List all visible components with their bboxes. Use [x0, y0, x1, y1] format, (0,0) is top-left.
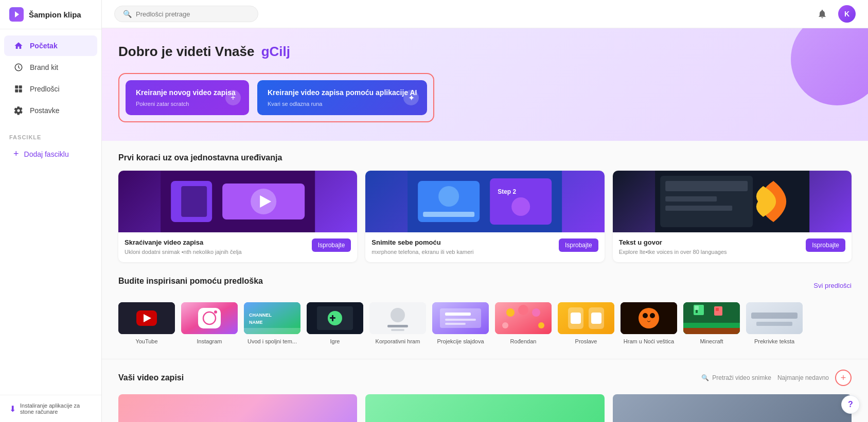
template-card-gaming[interactable]: Igre	[307, 302, 363, 344]
sidebar-item-templates[interactable]: Predlošci	[4, 79, 97, 99]
search-icon-small: 🔍	[701, 374, 709, 381]
videos-section-title: Vaši video zapisi	[118, 373, 184, 382]
tutorial-thumb-2	[613, 171, 852, 232]
template-thumb-corporate	[369, 302, 426, 334]
svg-rect-47	[445, 319, 476, 321]
tutorial-name-0: Skraćivanje video zapisa	[125, 238, 308, 246]
svg-point-53	[502, 322, 508, 328]
add-folder-label: Dodaj fasciklu	[24, 150, 69, 158]
tutorials-section: Prvi koraci uz ova jednostavna uređivanj…	[102, 141, 868, 274]
hero-goal: gCilj	[261, 44, 290, 59]
svg-rect-55	[558, 302, 614, 334]
tutorials-title: Prvi koraci uz ova jednostavna uređivanj…	[118, 153, 852, 162]
template-thumb-youtube	[118, 302, 175, 334]
plus-circle-icon: +	[225, 90, 241, 105]
sidebar-footer: ⬇ Instaliranje aplikacije za stone račun…	[0, 395, 101, 422]
tutorial-card-0[interactable]: Skraćivanje video zapisa Ukloni dodatni …	[118, 171, 357, 262]
all-templates-link[interactable]: Svi predlošci	[813, 282, 852, 289]
svg-rect-23	[665, 206, 732, 211]
svg-rect-71	[716, 308, 719, 311]
tutorial-desc-2: Explore lte•tke voices in over 80 langua…	[619, 248, 802, 256]
create-video-title: Kreiranje novog video zapisa	[136, 88, 239, 97]
sidebar-item-settings-label: Postavke	[30, 106, 60, 115]
video-search[interactable]: 🔍 Pretraži video snimke	[701, 374, 771, 381]
sidebar-item-brand[interactable]: Brand kit	[4, 57, 97, 78]
video-card-0[interactable]	[118, 394, 357, 422]
templates-section: Budite inspirisani pomoću predloška Svi …	[102, 274, 868, 359]
svg-rect-46	[445, 313, 471, 316]
notification-button[interactable]	[813, 5, 831, 23]
template-thumb-halloween	[621, 302, 677, 334]
try-button-0[interactable]: Isprobajte	[312, 238, 351, 252]
tutorial-info-2: Tekst u govor Explore lte•tke voices in …	[613, 232, 852, 262]
hero-section: Dobro je videti Vnaše gCilj Kreiranje no…	[102, 28, 868, 141]
ai-video-card[interactable]: Kreiranje video zapisa pomoću aplikacije…	[257, 80, 427, 115]
create-video-card[interactable]: Kreiranje novog video zapisa Pokreni zat…	[126, 80, 249, 115]
svg-text:CHANNEL: CHANNEL	[249, 313, 272, 318]
svg-rect-3	[19, 85, 22, 88]
svg-rect-34	[244, 328, 300, 334]
template-card-promo[interactable]: Proslave	[558, 302, 614, 344]
hero-title: Dobro je videti Vnaše gCilj	[118, 44, 852, 60]
tutorial-thumb-0	[118, 171, 357, 232]
app-name: Šampion klipa	[29, 10, 81, 19]
avatar[interactable]: K	[838, 5, 856, 23]
sidebar-item-settings[interactable]: Postavke	[4, 100, 97, 121]
sidebar-item-home-label: Početak	[30, 42, 58, 50]
svg-rect-4	[15, 89, 18, 93]
svg-rect-22	[665, 196, 717, 201]
folders-section-label: FASCIKLE	[0, 127, 101, 143]
tutorial-name-2: Tekst u govor	[619, 238, 802, 246]
gear-icon	[13, 105, 24, 116]
tutorial-card-1[interactable]: Step 2 Snimite sebe pomoću mxrphone tele…	[365, 171, 604, 262]
svg-point-18	[511, 197, 530, 216]
template-card-corporate[interactable]: Korporativni hram	[369, 302, 426, 344]
svg-point-63	[650, 313, 655, 318]
sidebar-item-templates-label: Predlošci	[30, 85, 60, 93]
try-button-1[interactable]: Isprobajte	[559, 238, 598, 252]
template-card-overlay[interactable]: Prekrivke teksta	[746, 302, 803, 344]
tutorial-card-2[interactable]: Tekst u govor Explore lte•tke voices in …	[613, 171, 852, 262]
template-card-instagram[interactable]: Instagram	[181, 302, 238, 344]
search-bar[interactable]: 🔍	[114, 6, 258, 22]
svg-rect-39	[330, 317, 335, 319]
try-button-2[interactable]: Isprobajte	[806, 238, 845, 252]
help-button[interactable]: ?	[841, 395, 860, 414]
videos-section: Vaši video zapisi 🔍 Pretraži video snimk…	[102, 359, 868, 422]
template-name-youtube: YouTube	[135, 338, 157, 344]
tutorial-info-0: Skraćivanje video zapisa Ukloni dodatni …	[118, 232, 357, 262]
template-card-halloween[interactable]: Hram u Noći veštica	[621, 302, 677, 344]
tutorial-info-1: Snimite sebe pomoću mxrphone telefona, e…	[365, 232, 604, 262]
template-name-promo: Proslave	[575, 338, 597, 344]
template-name-birthday: Rođendan	[510, 338, 537, 344]
template-card-slides[interactable]: Projekcije slajdova	[432, 302, 489, 344]
svg-point-30	[214, 310, 217, 314]
template-name-instagram: Instagram	[197, 338, 222, 344]
search-input[interactable]	[136, 10, 250, 18]
template-name-channel: Uvod i spoljni tem...	[247, 338, 297, 344]
video-card-2[interactable]	[613, 394, 852, 422]
tutorial-desc-0: Ukloni dodatni snimak •nth nekoliko jajn…	[125, 248, 308, 256]
template-name-slides: Projekcije slajdova	[437, 338, 484, 344]
video-grid	[118, 394, 852, 422]
add-video-button[interactable]: +	[835, 370, 852, 386]
tutorial-desc-1: mxrphone telefona, ekranu ili veb kameri	[371, 248, 555, 256]
hero-decoration	[791, 28, 868, 105]
sort-label: Najmanje nedavno	[777, 374, 829, 381]
svg-rect-59	[591, 313, 601, 324]
template-card-minecraft[interactable]: Minecraft	[683, 302, 740, 344]
install-app-button[interactable]: ⬇ Instaliranje aplikacije za stone račun…	[9, 402, 92, 415]
template-thumb-instagram	[181, 302, 238, 334]
template-card-youtube[interactable]: YouTube	[118, 302, 175, 344]
template-card-birthday[interactable]: Rođendan	[495, 302, 552, 344]
app-logo[interactable]: Šampion klipa	[0, 0, 101, 29]
svg-rect-45	[440, 308, 481, 328]
sidebar: Šampion klipa Početak Brand kit Predlošc…	[0, 0, 102, 422]
tutorial-name-1: Snimite sebe pomoću	[371, 238, 555, 246]
sidebar-item-home[interactable]: Početak	[4, 35, 97, 56]
video-card-1[interactable]	[365, 394, 604, 422]
template-card-channel[interactable]: CHANNEL NAME Uvod i spoljni tem...	[244, 302, 300, 344]
add-folder-button[interactable]: + Dodaj fasciklu	[4, 144, 97, 163]
template-name-corporate: Korporativni hram	[376, 338, 420, 344]
svg-rect-2	[15, 85, 18, 88]
